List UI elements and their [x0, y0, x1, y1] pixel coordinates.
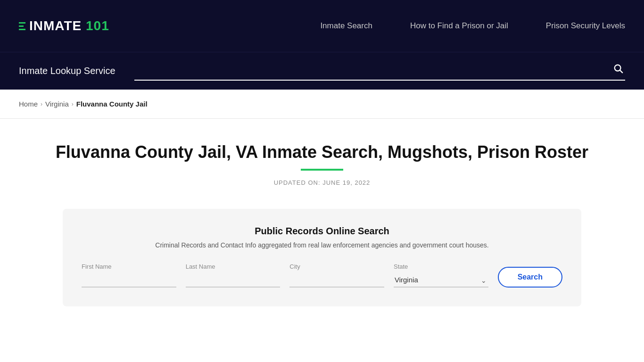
- svg-line-1: [620, 70, 622, 73]
- breadcrumb-current: Fluvanna County Jail: [76, 100, 148, 108]
- nav-find-prison[interactable]: How to Find a Prison or Jail: [410, 21, 508, 31]
- search-card: Public Records Online Search Criminal Re…: [63, 209, 581, 306]
- search-icon: [613, 63, 623, 74]
- nav-inmate-search[interactable]: Inmate Search: [320, 21, 372, 31]
- search-card-desc: Criminal Records and Contact Info aggreg…: [82, 241, 562, 249]
- chevron-icon-1: ›: [41, 101, 42, 107]
- page-title: Fluvanna County Jail, VA Inmate Search, …: [19, 142, 625, 162]
- first-name-input[interactable]: [82, 273, 176, 288]
- last-name-field: Last Name: [186, 263, 281, 288]
- title-underline: [301, 169, 343, 171]
- state-label: State: [394, 263, 488, 270]
- logo-text: INMATE 101: [29, 18, 109, 33]
- first-name-field: First Name: [82, 263, 176, 288]
- state-select-wrap: AlabamaAlaskaArizonaArkansasCaliforniaCo…: [394, 273, 488, 288]
- first-name-label: First Name: [82, 263, 176, 270]
- bottom-spacer: [0, 325, 644, 335]
- breadcrumb-section: Home › Virginia › Fluvanna County Jail: [0, 90, 644, 119]
- search-form: First Name Last Name City State AlabamaA…: [82, 263, 562, 288]
- search-icon-button[interactable]: [611, 61, 625, 78]
- breadcrumb-state[interactable]: Virginia: [45, 100, 69, 108]
- main-content: Fluvanna County Jail, VA Inmate Search, …: [0, 119, 644, 325]
- logo-bars-icon: [19, 22, 25, 30]
- updated-text: UPDATED ON: JUNE 19, 2022: [19, 179, 625, 186]
- top-nav: INMATE 101 Inmate Search How to Find a P…: [0, 0, 644, 52]
- search-input-wrap: [134, 61, 625, 81]
- search-input[interactable]: [134, 66, 607, 74]
- chevron-icon-2: ›: [72, 101, 74, 107]
- search-card-title: Public Records Online Search: [82, 226, 562, 237]
- city-label: City: [289, 263, 384, 270]
- search-bar-label: Inmate Lookup Service: [19, 66, 116, 76]
- last-name-label: Last Name: [186, 263, 281, 270]
- nav-links: Inmate Search How to Find a Prison or Ja…: [320, 21, 625, 31]
- search-bar-section: Inmate Lookup Service: [0, 52, 644, 90]
- city-input[interactable]: [289, 273, 384, 288]
- state-select[interactable]: AlabamaAlaskaArizonaArkansasCaliforniaCo…: [394, 273, 488, 288]
- last-name-input[interactable]: [186, 273, 281, 288]
- state-field: State AlabamaAlaskaArizonaArkansasCalifo…: [394, 263, 488, 288]
- breadcrumb: Home › Virginia › Fluvanna County Jail: [19, 100, 625, 108]
- breadcrumb-home[interactable]: Home: [19, 100, 38, 108]
- nav-security-levels[interactable]: Prison Security Levels: [546, 21, 625, 31]
- city-field: City: [289, 263, 384, 288]
- search-button[interactable]: Search: [498, 267, 562, 288]
- logo-link[interactable]: INMATE 101: [19, 18, 109, 33]
